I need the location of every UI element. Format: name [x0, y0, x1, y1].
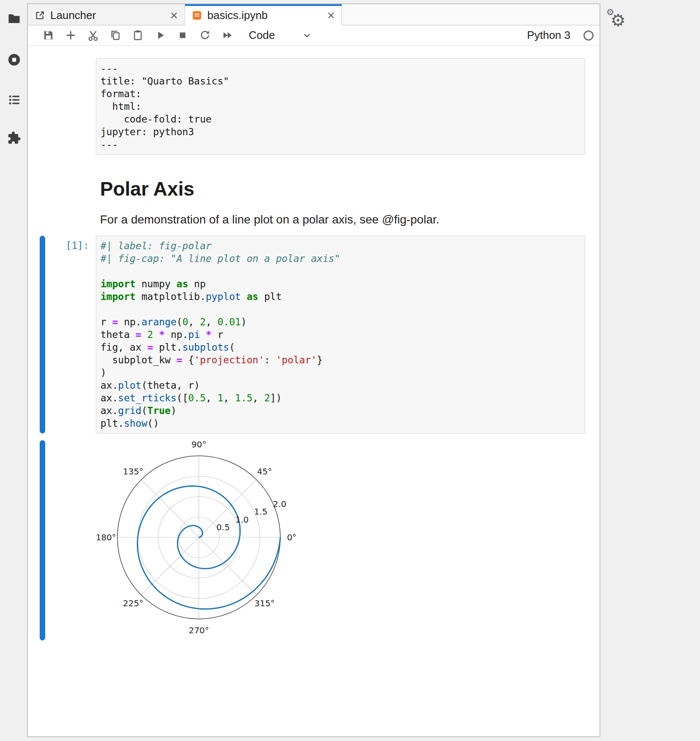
code-line: plt.show(): [100, 417, 581, 430]
raw-cell-editor[interactable]: ---title: "Quarto Basics"format: html: c…: [96, 58, 585, 155]
svg-text:1.5: 1.5: [254, 507, 268, 517]
run-cell-button[interactable]: [152, 27, 168, 44]
restart-run-all-button[interactable]: [219, 27, 236, 44]
code-line: code-fold: true: [100, 113, 581, 125]
code-line: ): [100, 366, 581, 379]
code-line: ---: [100, 62, 581, 75]
copy-icon: [109, 29, 122, 41]
polar-plot-figure: 0°45°90°135°180°225°270°315°0.51.01.52.0: [96, 440, 585, 640]
svg-text:2.0: 2.0: [273, 499, 286, 509]
code-line: #| label: fig-polar: [100, 240, 581, 252]
cell-output-area: 0°45°90°135°180°225°270°315°0.51.01.52.0: [96, 440, 585, 640]
interrupt-kernel-button[interactable]: [174, 27, 191, 44]
folder-icon: [7, 11, 21, 25]
refresh-icon: [199, 29, 211, 41]
code-cell: [1]: #| label: fig-polar#| fig-cap: "A l…: [28, 232, 600, 437]
launcher-icon: [35, 10, 45, 21]
raw-cell: ---title: "Quarto Basics"format: html: c…: [28, 55, 600, 158]
stop-icon: [176, 29, 189, 41]
tab-label: Launcher: [50, 9, 163, 22]
svg-text:270°: 270°: [189, 625, 209, 635]
code-line: ax.set_rticks([0.5, 1, 1.5, 2]): [100, 392, 581, 404]
tab-basics-ipynb[interactable]: basics.ipynb ×: [185, 4, 342, 25]
cell-prompt: [45, 161, 96, 229]
clipboard-icon: [132, 29, 144, 41]
tab-bar: Launcher × basics.ipynb ×: [28, 4, 600, 25]
svg-text:0°: 0°: [287, 532, 297, 542]
cell-prompt: [45, 440, 96, 640]
paste-cells-button[interactable]: [129, 27, 146, 44]
close-icon[interactable]: ×: [326, 9, 336, 22]
kernel-status-icon[interactable]: [583, 30, 594, 41]
markdown-heading: Polar Axis: [100, 177, 581, 200]
tab-bar-filler: [342, 4, 600, 25]
svg-text:135°: 135°: [123, 466, 143, 477]
polar-plot-svg: 0°45°90°135°180°225°270°315°0.51.01.52.0: [96, 440, 400, 639]
stop-circle-icon: [7, 53, 21, 67]
svg-text:225°: 225°: [123, 598, 143, 608]
jupyterlab-window: Launcher × basics.ipynb ×: [27, 3, 600, 737]
extension-manager-button[interactable]: [5, 129, 22, 146]
notebook-content: ---title: "Quarto Basics"format: html: c…: [28, 46, 600, 736]
kernel-name[interactable]: Python 3: [527, 29, 570, 42]
svg-text:180°: 180°: [96, 532, 116, 542]
code-line: html:: [100, 100, 581, 113]
list-icon: [7, 93, 21, 107]
cell-prompt: [45, 58, 96, 155]
code-line: #| fig-cap: "A line plot on a polar axis…: [100, 252, 581, 265]
svg-text:90°: 90°: [191, 440, 206, 450]
code-line: fig, ax = plt.subplots(: [100, 341, 581, 354]
code-line: theta = 2 * np.pi * r: [100, 328, 581, 341]
svg-text:315°: 315°: [254, 598, 274, 608]
save-icon: [42, 29, 54, 41]
tab-launcher[interactable]: Launcher ×: [28, 4, 185, 25]
settings-gear-button[interactable]: ⚙ ⚙: [607, 9, 629, 31]
cell-collapser[interactable]: [40, 58, 45, 155]
code-line: format:: [100, 87, 581, 100]
save-button[interactable]: [40, 27, 57, 44]
activity-sidebar: [0, 0, 26, 741]
code-line: [100, 265, 581, 278]
running-sessions-button[interactable]: [5, 51, 22, 68]
notebook-icon: [192, 10, 202, 21]
copy-cells-button[interactable]: [107, 27, 124, 44]
cell-type-value: Code: [249, 29, 275, 42]
svg-text:0.5: 0.5: [217, 522, 230, 532]
code-line: import matplotlib.pyplot as plt: [100, 290, 581, 303]
table-of-contents-button[interactable]: [5, 91, 22, 108]
markdown-rendered: Polar Axis For a demonstration of a line…: [96, 161, 585, 229]
gear-small-icon: ⚙: [606, 8, 614, 16]
svg-text:45°: 45°: [257, 466, 272, 477]
code-line: [100, 303, 581, 316]
code-line: ax.plot(theta, r): [100, 379, 581, 392]
execution-count: [1]:: [45, 236, 96, 433]
cell-type-dropdown[interactable]: Code: [246, 29, 315, 42]
cell-collapser[interactable]: [40, 236, 45, 433]
notebook-toolbar: Code Python 3: [28, 25, 600, 46]
markdown-cell[interactable]: Polar Axis For a demonstration of a line…: [28, 158, 600, 232]
puzzle-icon: [7, 131, 21, 145]
insert-cell-button[interactable]: [62, 27, 79, 44]
code-line: ---: [100, 138, 581, 151]
fast-forward-icon: [221, 29, 233, 41]
scissors-icon: [87, 29, 99, 41]
cell-collapser[interactable]: [40, 440, 45, 640]
plus-icon: [65, 29, 77, 41]
code-line: subplot_kw = {'projection': 'polar'}: [100, 354, 581, 366]
code-line: jupyter: python3: [100, 125, 581, 138]
code-line: ax.grid(True): [100, 404, 581, 417]
markdown-paragraph: For a demonstration of a line plot on a …: [100, 213, 581, 226]
file-browser-button[interactable]: [5, 10, 22, 27]
close-icon[interactable]: ×: [168, 9, 179, 22]
code-cell-editor[interactable]: #| label: fig-polar#| fig-cap: "A line p…: [96, 236, 585, 433]
chevron-down-icon: [302, 30, 312, 41]
code-line: title: "Quarto Basics": [100, 75, 581, 87]
code-line: r = np.arange(0, 2, 0.01): [100, 316, 581, 328]
svg-text:1.0: 1.0: [235, 515, 249, 525]
restart-kernel-button[interactable]: [196, 27, 213, 44]
cell-collapser[interactable]: [40, 161, 45, 229]
output-cell: 0°45°90°135°180°225°270°315°0.51.01.52.0: [28, 437, 600, 644]
cut-cells-button[interactable]: [84, 27, 101, 44]
code-line: import numpy as np: [100, 278, 581, 290]
tab-label: basics.ipynb: [207, 9, 320, 22]
